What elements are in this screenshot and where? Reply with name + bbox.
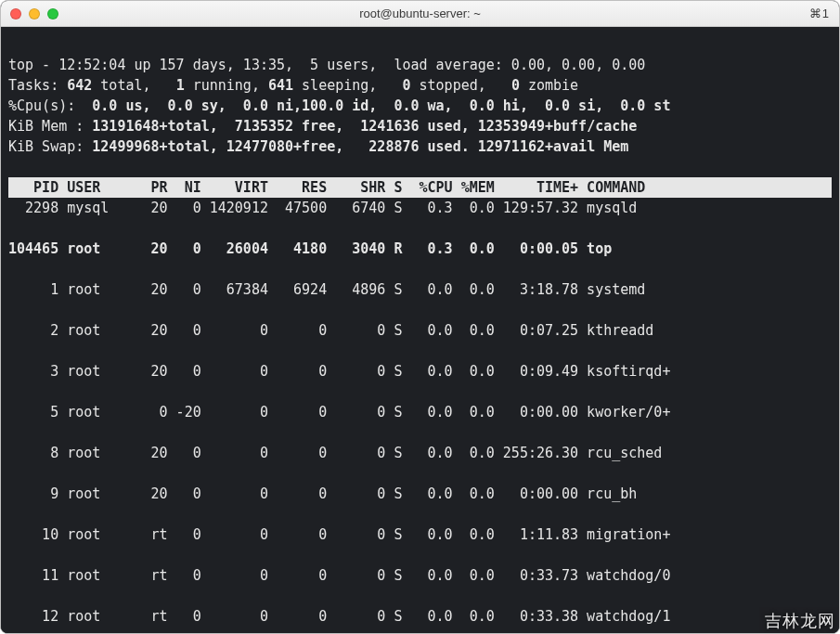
terminal-body[interactable]: top - 12:52:04 up 157 days, 13:35, 5 use… [1,27,839,633]
zoom-icon[interactable] [47,8,58,19]
close-icon[interactable] [10,8,21,19]
process-row: 104465 root 20 0 26004 4180 3040 R 0.3 0… [8,239,832,259]
process-row: 11 root rt 0 0 0 0 S 0.0 0.0 0:33.73 wat… [8,565,832,586]
traffic-lights [10,8,58,19]
process-row: 9 root 20 0 0 0 0 S 0.0 0.0 0:00.00 rcu_… [8,484,832,504]
summary-line-mem: KiB Mem : 13191648+total, 7135352 free, … [8,118,637,135]
process-row: 5 root 0 -20 0 0 0 S 0.0 0.0 0:00.00 kwo… [8,402,832,422]
process-row: 3 root 20 0 0 0 0 S 0.0 0.0 0:09.49 ksof… [8,361,832,382]
process-table-body: 2298 mysql 20 0 1420912 47500 6740 S 0.3… [8,198,832,633]
terminal-window: root@ubuntu-server: ~ ⌘1 top - 12:52:04 … [0,0,840,634]
process-table-header: PID USER PR NI VIRT RES SHR S %CPU %MEM … [8,177,832,198]
window-title: root@ubuntu-server: ~ [1,6,839,20]
summary-line-uptime: top - 12:52:04 up 157 days, 13:35, 5 use… [8,57,645,73]
process-row: 1 root 20 0 67384 6924 4896 S 0.0 0.0 3:… [8,279,832,300]
process-row: 2298 mysql 20 0 1420912 47500 6740 S 0.3… [8,198,832,218]
summary-line-swap: KiB Swap: 12499968+total, 12477080+free,… [8,138,628,155]
process-row: 10 root rt 0 0 0 0 S 0.0 0.0 1:11.83 mig… [8,524,832,545]
minimize-icon[interactable] [29,8,40,19]
process-row: 2 root 20 0 0 0 0 S 0.0 0.0 0:07.25 kthr… [8,320,832,341]
process-row: 12 root rt 0 0 0 0 S 0.0 0.0 0:33.38 wat… [8,606,832,627]
process-row: 8 root 20 0 0 0 0 S 0.0 0.0 255:26.30 rc… [8,443,832,463]
summary-line-tasks: Tasks: 642 total, 1 running, 641 sleepin… [8,77,578,94]
window-shortcut: ⌘1 [809,6,830,20]
titlebar[interactable]: root@ubuntu-server: ~ ⌘1 [1,1,839,27]
summary-line-cpu: %Cpu(s): 0.0 us, 0.0 sy, 0.0 ni,100.0 id… [8,97,670,114]
